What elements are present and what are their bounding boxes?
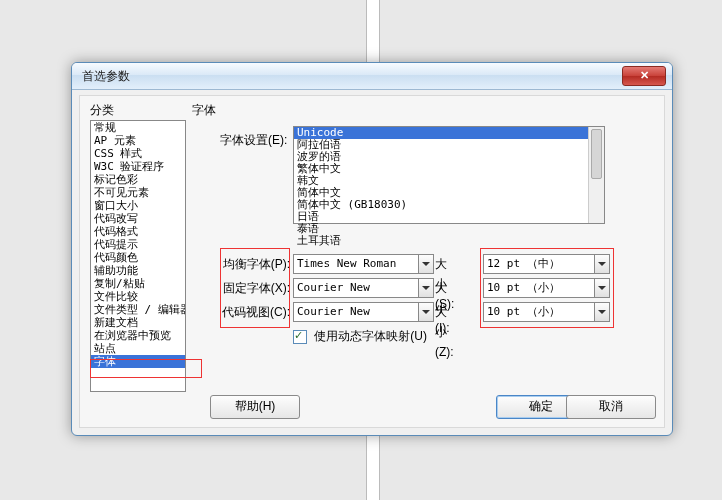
category-item[interactable]: 文件比较	[91, 290, 185, 303]
size-z-label: 大小(Z):	[435, 302, 454, 362]
preferences-dialog: 首选参数 ✕ 分类 字体 常规AP 元素CSS 样式W3C 验证程序标记色彩不可…	[71, 62, 673, 436]
category-item[interactable]: 代码改写	[91, 212, 185, 225]
category-item[interactable]: 辅助功能	[91, 264, 185, 277]
category-item[interactable]: 字体	[91, 355, 185, 368]
category-item[interactable]: 文件类型 / 编辑器	[91, 303, 185, 316]
chevron-down-icon	[594, 279, 609, 297]
dialog-client: 分类 字体 常规AP 元素CSS 样式W3C 验证程序标记色彩不可见元素窗口大小…	[79, 95, 665, 428]
chevron-down-icon	[594, 303, 609, 321]
category-item[interactable]: 站点	[91, 342, 185, 355]
size-z-value: 10 pt （小）	[487, 305, 560, 318]
proportional-font-value: Times New Roman	[297, 257, 396, 270]
category-item[interactable]: 新建文档	[91, 316, 185, 329]
dialog-title: 首选参数	[82, 69, 130, 83]
chevron-down-icon	[594, 255, 609, 273]
proportional-label: 均衡字体(P):	[220, 254, 290, 274]
close-button[interactable]: ✕	[622, 66, 666, 86]
dynamic-font-row[interactable]: 使用动态字体映射(U)	[293, 328, 427, 345]
chevron-down-icon	[418, 279, 433, 297]
category-item[interactable]: CSS 样式	[91, 147, 185, 160]
category-item[interactable]: 代码格式	[91, 225, 185, 238]
fixed-font-combo[interactable]: Courier New	[293, 278, 434, 298]
category-item[interactable]: W3C 验证程序	[91, 160, 185, 173]
category-item[interactable]: 复制/粘贴	[91, 277, 185, 290]
category-item[interactable]: AP 元素	[91, 134, 185, 147]
font-settings-label: 字体设置(E):	[220, 132, 287, 149]
font-list-item[interactable]: 繁体中文	[294, 163, 604, 175]
code-font-combo[interactable]: Courier New	[293, 302, 434, 322]
chevron-down-icon	[418, 255, 433, 273]
category-heading: 分类	[90, 102, 114, 119]
chevron-down-icon	[418, 303, 433, 321]
font-list-item[interactable]: 土耳其语	[294, 235, 604, 247]
size-s-value: 12 pt （中）	[487, 257, 560, 270]
proportional-font-combo[interactable]: Times New Roman	[293, 254, 434, 274]
fixed-font-value: Courier New	[297, 281, 370, 294]
category-item[interactable]: 窗口大小	[91, 199, 185, 212]
category-item[interactable]: 不可见元素	[91, 186, 185, 199]
size-z-combo[interactable]: 10 pt （小）	[483, 302, 610, 322]
category-item[interactable]: 常规	[91, 121, 185, 134]
category-item[interactable]: 标记色彩	[91, 173, 185, 186]
size-i-value: 10 pt （小）	[487, 281, 560, 294]
font-list-item[interactable]: 日语	[294, 211, 604, 223]
category-item[interactable]: 代码提示	[91, 238, 185, 251]
font-settings-list[interactable]: Unicode阿拉伯语波罗的语繁体中文韩文简体中文简体中文 (GB18030)日…	[293, 126, 605, 224]
fixed-label: 固定字体(X):	[220, 278, 290, 298]
code-font-value: Courier New	[297, 305, 370, 318]
size-i-combo[interactable]: 10 pt （小）	[483, 278, 610, 298]
category-item[interactable]: 在浏览器中预览	[91, 329, 185, 342]
dynamic-font-checkbox[interactable]	[293, 330, 307, 344]
close-icon: ✕	[640, 69, 649, 81]
cancel-button[interactable]: 取消	[566, 395, 656, 419]
font-heading: 字体	[192, 102, 216, 119]
dynamic-font-label: 使用动态字体映射(U)	[314, 329, 427, 343]
font-list-item[interactable]: 简体中文 (GB18030)	[294, 199, 604, 211]
titlebar[interactable]: 首选参数 ✕	[72, 63, 672, 90]
scrollbar[interactable]	[588, 127, 604, 223]
scrollbar-thumb[interactable]	[591, 129, 602, 179]
category-item[interactable]: 代码颜色	[91, 251, 185, 264]
help-button[interactable]: 帮助(H)	[210, 395, 300, 419]
category-list[interactable]: 常规AP 元素CSS 样式W3C 验证程序标记色彩不可见元素窗口大小代码改写代码…	[90, 120, 186, 392]
size-s-combo[interactable]: 12 pt （中）	[483, 254, 610, 274]
code-label: 代码视图(C):	[220, 302, 290, 322]
